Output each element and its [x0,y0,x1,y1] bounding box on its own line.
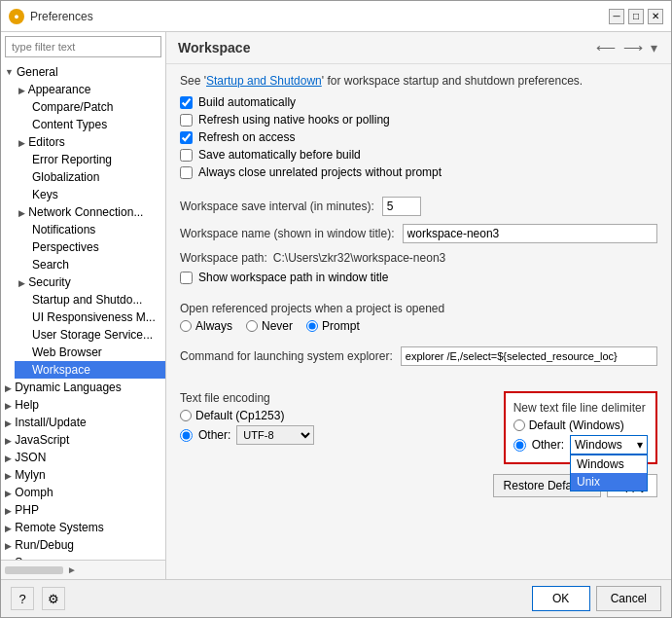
help-button[interactable]: ? [11,587,34,610]
workspace-save-interval-label: Workspace save interval (in minutes): [180,200,374,213]
tree-group-general: ▼ General ▶ Appearance Compare/Patch Con… [1,63,165,379]
workspace-name-label: Workspace name (shown in window title): [180,227,395,240]
close-unrelated-label: Always close unrelated projects without … [198,165,442,179]
close-button[interactable]: ✕ [648,9,663,24]
tree-item-dynamic-languages[interactable]: ▶ Dynamic Languages [1,379,165,396]
newline-option-windows[interactable]: Windows [571,455,647,473]
close-unrelated-checkbox[interactable] [180,166,193,179]
refresh-native-checkbox[interactable] [180,114,193,127]
build-auto-checkbox[interactable] [180,96,193,109]
preferences-link-button[interactable]: ⚙ [42,587,65,610]
save-before-build-checkbox[interactable] [180,149,193,162]
tree-item-compare-patch[interactable]: Compare/Patch [15,98,165,116]
build-auto-label: Build automatically [198,95,296,109]
refresh-access-label: Refresh on access [198,130,295,144]
newline-other-row: Other: Windows ▾ Windows Unix [513,435,648,454]
filter-input[interactable] [5,36,161,57]
radio-always: Always [180,319,232,333]
radio-never-input[interactable] [246,320,258,332]
nav-forward-button[interactable]: ⟶ [621,38,645,57]
open-referenced-label: Open referenced projects when a project … [180,302,657,315]
newline-selected-value: Windows [575,438,622,452]
newline-title: New text file line delimiter [513,401,648,415]
title-bar-left: ● Preferences [9,9,93,24]
tree-item-javascript[interactable]: ▶ JavaScript [1,431,165,449]
newline-dropdown-arrow: ▾ [637,438,643,452]
encoding-select[interactable]: UTF-8 UTF-16 ISO-8859-1 [236,425,314,445]
workspace-path-label: Workspace path: [180,251,267,265]
newline-select[interactable]: Windows ▾ [570,435,648,454]
minimize-button[interactable]: ─ [609,9,624,24]
title-bar: ● Preferences ─ □ ✕ [1,1,671,32]
tree-item-keys[interactable]: Keys [15,186,165,203]
radio-never-label: Never [262,319,293,333]
tree-group-general-label[interactable]: ▼ General [1,63,165,81]
tree-item-json[interactable]: ▶ JSON [1,449,165,466]
newline-box: New text file line delimiter Default (Wi… [504,391,657,464]
tree-item-ui-responsiveness[interactable]: UI Responsiveness M... [15,309,165,326]
workspace-name-input[interactable] [403,224,657,243]
encoding-other-label: Other: [198,428,230,442]
footer-left-icons: ? ⚙ [11,587,65,610]
panel-header: Workspace ⟵ ⟶ ▾ [166,32,671,64]
ok-button[interactable]: OK [532,586,590,611]
sidebar-bottom: ► [1,560,165,579]
tree-item-workspace[interactable]: Workspace [15,361,165,379]
tree-item-perspectives[interactable]: Perspectives [15,238,165,256]
workspace-save-interval-row: Workspace save interval (in minutes): [180,197,657,216]
newline-default-radio[interactable] [513,419,525,431]
info-text: See 'Startup and Shutdown' for workspace… [180,74,657,88]
cancel-button[interactable]: Cancel [596,586,661,611]
encoding-default-radio[interactable] [180,410,192,421]
workspace-save-interval-input[interactable] [382,197,421,216]
radio-prompt-input[interactable] [306,320,318,332]
tree-item-php[interactable]: ▶ PHP [1,501,165,519]
radio-always-label: Always [195,319,232,333]
main-content: ▼ General ▶ Appearance Compare/Patch Con… [1,32,671,579]
show-path-checkbox[interactable] [180,272,193,284]
tree-item-startup[interactable]: Startup and Shutdo... [15,291,165,309]
footer: ? ⚙ OK Cancel [1,579,671,617]
command-label: Command for launching system explorer: [180,349,393,363]
tree-item-web-browser[interactable]: Web Browser [15,344,165,361]
tree-item-user-storage[interactable]: User Storage Service... [15,326,165,344]
newline-dropdown-menu: Windows Unix [570,454,648,491]
checkbox-build-auto: Build automatically [180,95,657,109]
tree-item-help[interactable]: ▶ Help [1,396,165,414]
tree-item-install-update[interactable]: ▶ Install/Update [1,414,165,431]
checkbox-refresh-access: Refresh on access [180,130,657,144]
window-controls: ─ □ ✕ [609,9,663,24]
encoding-other-radio[interactable] [180,429,193,442]
tree-item-appearance[interactable]: ▶ Appearance [15,81,165,98]
checkbox-save-before-build: Save automatically before build [180,148,657,162]
panel-content: See 'Startup and Shutdown' for workspace… [166,64,671,579]
radio-prompt: Prompt [306,319,360,333]
tree-item-editors[interactable]: ▶ Editors [15,133,165,151]
command-input[interactable] [401,346,657,366]
nav-back-button[interactable]: ⟵ [594,38,618,57]
tree-item-network[interactable]: ▶ Network Connection... [15,203,165,221]
startup-shutdown-link[interactable]: Startup and Shutdown [206,74,322,88]
tree-item-run-debug[interactable]: ▶ Run/Debug [1,536,165,554]
show-path-label: Show workspace path in window title [198,271,388,284]
tree-item-remote-systems[interactable]: ▶ Remote Systems [1,519,165,536]
tree-item-globalization[interactable]: Globalization [15,168,165,186]
newline-option-unix[interactable]: Unix [571,473,647,491]
tree-item-oomph[interactable]: ▶ Oomph [1,484,165,501]
workspace-path-row: Workspace path: C:\Users\zkr32\workspace… [180,251,657,265]
newline-other-radio[interactable] [513,439,526,452]
tree-item-notifications[interactable]: Notifications [15,221,165,238]
tree-item-content-types[interactable]: Content Types [15,116,165,133]
encoding-other-row: Other: UTF-8 UTF-16 ISO-8859-1 [180,425,484,445]
nav-menu-button[interactable]: ▾ [649,38,659,57]
tree-item-security[interactable]: ▶ Security [15,273,165,291]
tree-item-error-reporting[interactable]: Error Reporting [15,151,165,168]
scroll-indicator [5,566,63,574]
checkbox-show-path: Show workspace path in window title [180,271,657,284]
maximize-button[interactable]: □ [628,9,644,24]
encoding-default-row: Default (Cp1253) [180,409,484,422]
tree-item-search[interactable]: Search [15,256,165,273]
radio-always-input[interactable] [180,320,192,332]
tree-item-mylyn[interactable]: ▶ Mylyn [1,466,165,484]
refresh-access-checkbox[interactable] [180,131,193,144]
